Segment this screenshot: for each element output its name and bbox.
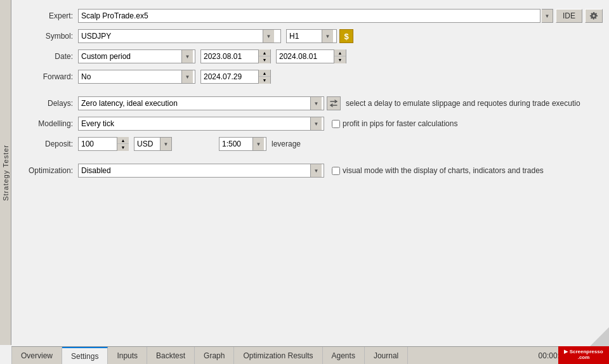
date-to-spin-up[interactable]: ▲: [334, 49, 346, 56]
delays-select-wrapper: ▼: [78, 96, 324, 110]
expert-dropdown-btn[interactable]: ▼: [542, 9, 553, 23]
content-area: Expert: ▼ IDE: [11, 0, 609, 346]
delays-description: select a delay to emulate slippage and r…: [346, 99, 580, 108]
deposit-row: Deposit: ▲ ▼ ▼: [18, 136, 603, 152]
screenpresso-inner: ▶ Screenpresso .com: [564, 349, 603, 361]
forward-select-input[interactable]: [79, 70, 181, 83]
deposit-controls: ▲ ▼ ▼ ▼: [78, 137, 603, 151]
dollar-button[interactable]: $: [339, 29, 353, 43]
delays-controls: ▼ select a delay to emulate slippage and…: [78, 96, 603, 110]
modelling-dropdown-btn[interactable]: ▼: [310, 117, 322, 130]
delays-label: Delays:: [18, 99, 78, 108]
spacer2: [18, 156, 603, 159]
optimization-dropdown-btn[interactable]: ▼: [310, 164, 322, 177]
date-from-spin-up[interactable]: ▲: [259, 49, 270, 56]
tab-journal[interactable]: Journal: [365, 347, 408, 364]
visual-mode-checkbox[interactable]: [332, 167, 340, 175]
date-period-dropdown-btn[interactable]: ▼: [181, 50, 193, 63]
symbol-label: Symbol:: [18, 32, 78, 41]
visual-mode-checkbox-label[interactable]: visual mode with the display of charts, …: [332, 166, 544, 175]
expert-controls: ▼ IDE: [78, 9, 603, 23]
date-row: Date: ▼ ▲ ▼: [18, 48, 603, 65]
delays-row: Delays: ▼ select a delay to emulate slip…: [18, 95, 603, 112]
forward-date-spin-down[interactable]: ▼: [259, 77, 270, 84]
main-container: Strategy Tester Expert: ▼ IDE: [0, 0, 609, 364]
tab-settings[interactable]: Settings: [62, 347, 108, 364]
modelling-select-wrapper: ▼: [78, 117, 324, 131]
visual-mode-label: visual mode with the display of charts, …: [343, 166, 544, 175]
delays-swap-button[interactable]: [327, 96, 341, 110]
modelling-select-input[interactable]: [79, 117, 310, 130]
leverage-select-wrapper: ▼: [219, 137, 266, 151]
deposit-input[interactable]: [79, 138, 117, 150]
date-to-input[interactable]: [277, 50, 334, 63]
deposit-spin: ▲ ▼: [117, 137, 129, 151]
spacer1: [18, 89, 603, 91]
expert-label: Expert:: [18, 11, 78, 20]
modelling-label: Modelling:: [18, 119, 78, 128]
forward-controls: ▼ ▲ ▼: [78, 70, 603, 84]
screenpresso-watermark: ▶ Screenpresso .com: [558, 346, 609, 364]
date-to-spin: ▲ ▼: [334, 49, 346, 63]
forward-date-spin-up[interactable]: ▲: [259, 70, 270, 77]
profit-pips-checkbox-label[interactable]: profit in pips for faster calculations: [332, 119, 457, 128]
forward-date-spin: ▲ ▼: [258, 70, 270, 84]
currency-input[interactable]: [134, 138, 160, 150]
forward-date-input[interactable]: [201, 70, 258, 83]
side-label: Strategy Tester: [0, 0, 11, 345]
tab-backtest[interactable]: Backtest: [147, 347, 195, 364]
gear-button[interactable]: [585, 9, 603, 23]
date-from-spin-down[interactable]: ▼: [259, 56, 270, 63]
corner-fold: [590, 327, 609, 346]
expert-input[interactable]: [78, 9, 540, 23]
date-controls: ▼ ▲ ▼ ▲ ▼: [78, 49, 603, 63]
arrows-icon: [329, 99, 338, 108]
tab-graph[interactable]: Graph: [195, 347, 234, 364]
deposit-spin-down[interactable]: ▼: [117, 144, 129, 151]
optimization-select-wrapper: ▼: [78, 164, 324, 178]
forward-dropdown-btn[interactable]: ▼: [181, 70, 193, 83]
forward-label: Forward:: [18, 72, 78, 81]
timeframe-input[interactable]: [287, 30, 322, 42]
watermark-url: .com: [578, 355, 590, 361]
tab-inputs[interactable]: Inputs: [108, 347, 147, 364]
leverage-input[interactable]: [219, 138, 252, 150]
deposit-spin-up[interactable]: ▲: [117, 137, 129, 144]
forward-date-wrapper: ▲ ▼: [200, 70, 271, 84]
delays-dropdown-btn[interactable]: ▼: [310, 97, 322, 110]
date-period-input[interactable]: [79, 50, 181, 63]
symbol-row: Symbol: ▼ ▼ $: [18, 28, 603, 44]
delays-select-input[interactable]: [79, 97, 310, 110]
forward-row: Forward: ▼ ▲ ▼: [18, 68, 603, 85]
tab-overview[interactable]: Overview: [11, 347, 62, 364]
ide-button[interactable]: IDE: [556, 9, 582, 23]
currency-select-wrapper: ▼: [134, 137, 172, 151]
modelling-row: Modelling: ▼ profit in pips for faster c…: [18, 115, 603, 132]
symbol-input[interactable]: [79, 30, 263, 42]
forward-select-wrapper: ▼: [78, 70, 195, 84]
date-from-wrapper: ▲ ▼: [200, 49, 271, 63]
optimization-row: Optimization: ▼ visual mode with the dis…: [18, 162, 603, 179]
symbol-controls: ▼ ▼ $: [78, 29, 603, 43]
tab-bar: Overview Settings Inputs Backtest Graph …: [11, 346, 609, 364]
expert-row: Expert: ▼ IDE: [18, 8, 603, 24]
profit-pips-checkbox[interactable]: [332, 120, 340, 128]
timeframe-dropdown-btn[interactable]: ▼: [322, 30, 333, 42]
date-to-wrapper: ▲ ▼: [276, 49, 346, 63]
leverage-dropdown-btn[interactable]: ▼: [252, 138, 264, 150]
currency-dropdown-btn[interactable]: ▼: [160, 138, 171, 150]
optimization-controls: ▼ visual mode with the display of charts…: [78, 164, 603, 178]
tab-agents[interactable]: Agents: [323, 347, 365, 364]
deposit-input-wrapper: ▲ ▼: [78, 137, 129, 151]
date-from-input[interactable]: [201, 50, 258, 63]
gear-icon: [589, 11, 598, 20]
tab-optimization-results[interactable]: Optimization Results: [234, 347, 322, 364]
symbol-input-wrapper: ▼: [78, 29, 281, 43]
symbol-dropdown-btn[interactable]: ▼: [263, 30, 274, 42]
form-grid: Expert: ▼ IDE: [18, 8, 603, 179]
timeframe-input-wrapper: ▼: [286, 29, 337, 43]
date-period-wrapper: ▼: [78, 49, 195, 63]
optimization-select-input[interactable]: [79, 164, 310, 177]
date-to-spin-down[interactable]: ▼: [334, 56, 346, 63]
modelling-controls: ▼ profit in pips for faster calculations: [78, 117, 603, 131]
